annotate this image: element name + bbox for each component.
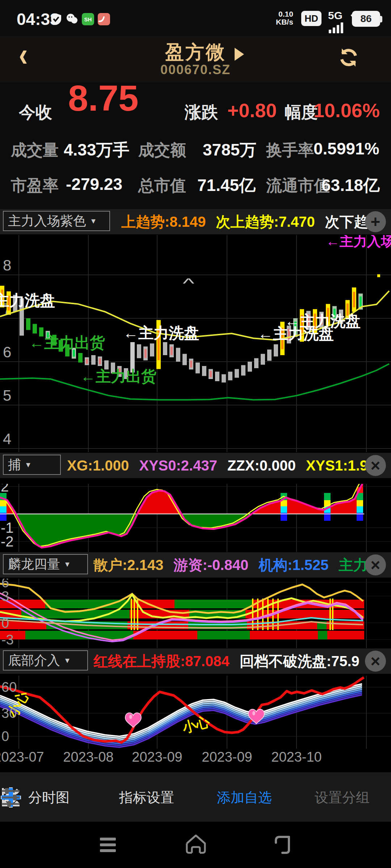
svg-text:6: 6	[3, 344, 11, 361]
x-axis-date: 2023-10	[271, 749, 321, 765]
pe-label: 市盈率	[11, 175, 59, 196]
turnover-rate-value: 0.5991%	[314, 139, 379, 158]
battery-indicator: 86	[352, 11, 380, 27]
wechat-icon	[66, 13, 78, 25]
green-app-icon: SH	[82, 13, 94, 25]
quote-panel: 今收 8.75 涨跌 +0.80 幅度 10.06% 成交量 4.33万手 成交…	[0, 82, 391, 209]
add-indicator-button[interactable]: +	[365, 211, 386, 232]
marketcap-value: 71.45亿	[197, 174, 256, 197]
svg-text:-3: -3	[1, 632, 14, 647]
svg-text:主力洗盘: 主力洗盘	[0, 292, 55, 309]
x-axis-date: 2023-08	[63, 749, 113, 765]
indicator-values-3: 散户:2.143游资:-0.840机构:1.525主力	[93, 552, 361, 578]
svg-text:0: 0	[1, 616, 9, 631]
svg-text:←主力出货: ←主力出货	[80, 368, 156, 385]
close-indicator-button[interactable]: ×	[365, 651, 386, 672]
change-label: 涨跌	[185, 101, 218, 124]
chevron-down-icon: ▼	[90, 217, 97, 225]
indicator-dropdown-linlong[interactable]: 麟龙四量 ▼	[3, 554, 88, 574]
svg-text:30: 30	[1, 706, 17, 721]
chili-app-icon	[98, 13, 110, 25]
svg-text:4: 4	[3, 430, 11, 447]
candlestick-chart[interactable]: 87654←主力入场主力洗盘←主力出货←主力洗盘←主力出货←主力洗盘←主力洗盘	[0, 235, 391, 452]
indicator-value: 上趋势:8.149	[121, 212, 206, 232]
range-label: 幅度	[285, 101, 318, 124]
indicator-value: 主力	[339, 555, 368, 575]
indicator-value: 回档不破洗盘:75.9	[240, 651, 360, 671]
indicator-value: ZZX:0.000	[227, 458, 296, 474]
chevron-down-icon: ▼	[25, 461, 32, 469]
svg-text:0: 0	[1, 729, 9, 744]
svg-text:←主力洗盘: ←主力洗盘	[285, 312, 361, 329]
indicator-values-4: 红线在上持股:87.084回档不破洗盘:75.9	[93, 648, 361, 674]
recents-menu-icon[interactable]	[97, 834, 119, 856]
bottom-nav: 分时图 指标设置 添加自选	[0, 773, 391, 822]
change-value: +0.80	[227, 99, 277, 122]
back-icon[interactable]	[272, 834, 294, 856]
x-axis-dates: 2023-072023-082023-092023-092023-10	[0, 749, 391, 767]
indicator-values-2: XG:1.000XYS0:2.437ZZX:0.000XYS1:1.906	[67, 453, 360, 478]
pe-value: -279.23	[66, 174, 122, 194]
indicator-dropdown-main[interactable]: 主力入场紫色 ▼	[3, 211, 110, 231]
net-speed: 0.10KB/s	[276, 10, 293, 26]
indicator-value: 次下趋	[325, 212, 369, 232]
indicator-value: XG:1.000	[67, 458, 129, 474]
indicator-dropdown-dibu[interactable]: 底部介入 ▼	[3, 650, 88, 671]
turnover-rate-label: 换手率	[266, 140, 314, 161]
svg-text:5: 5	[3, 387, 11, 404]
header: ‹ 盈方微 000670.SZ	[0, 36, 391, 84]
svg-text:3: 3	[1, 589, 9, 604]
indicator-dropdown-bu[interactable]: 捕 ▼	[3, 455, 61, 475]
float-cap-value: 63.18亿	[321, 174, 380, 197]
close-indicator-button[interactable]: ×	[365, 554, 386, 575]
shield-check-icon	[50, 13, 62, 25]
network-type: 5G	[328, 9, 342, 22]
indicator-value: XYS0:2.437	[139, 458, 217, 474]
next-stock-arrow-icon[interactable]	[235, 48, 244, 61]
indicator-bar-dibu: 底部介入 ▼ 红线在上持股:87.084回档不破洗盘:75.9 ×	[0, 648, 391, 674]
refresh-icon[interactable]	[337, 46, 360, 69]
chevron-down-icon: ▼	[64, 656, 71, 665]
battery-nub	[379, 16, 382, 22]
hd-badge: HD	[301, 11, 321, 26]
indicator-values-1: 上趋势:8.149次上趋势:7.470次下趋	[121, 209, 360, 234]
home-icon[interactable]	[184, 833, 208, 856]
svg-text:8: 8	[3, 257, 11, 274]
close-label: 今收	[19, 101, 52, 124]
indicator-value: 游资:-0.840	[173, 555, 248, 575]
close-price: 8.75	[68, 77, 139, 119]
indicator-value: 红线在上持股:87.084	[93, 651, 230, 671]
oscillator-chart[interactable]: 2-1-2	[0, 484, 391, 552]
android-nav-bar	[0, 822, 391, 868]
indicator-bar-bu: 捕 ▼ XG:1.000XYS0:2.437ZZX:0.000XYS1:1.90…	[0, 453, 391, 478]
svg-text:-2: -2	[1, 533, 14, 549]
svg-text:2: 2	[1, 484, 9, 494]
bands-chart[interactable]: 630-3	[0, 579, 391, 648]
ribbon-chart[interactable]: 小心小心60300	[0, 676, 391, 749]
range-value: 10.06%	[314, 99, 380, 122]
turnover-label: 成交额	[138, 140, 186, 161]
indicator-value: 散户:2.143	[93, 555, 163, 575]
signal-bars-icon	[329, 22, 343, 33]
turnover-value: 3785万	[203, 139, 256, 161]
stock-code: 000670.SZ	[0, 62, 391, 77]
nav-item-add-watchlist[interactable]: 添加自选	[196, 773, 293, 822]
x-axis-date: 2023-09	[132, 749, 182, 765]
indicator-value: 机构:1.525	[258, 555, 328, 575]
indicator-bar-linlong: 麟龙四量 ▼ 散户:2.143游资:-0.840机构:1.525主力 ×	[0, 552, 391, 578]
stock-title: 盈方微	[0, 40, 391, 65]
x-axis-date: 2023-07	[0, 749, 44, 765]
heart-marker	[125, 713, 141, 727]
float-cap-label: 流通市值	[266, 175, 330, 196]
sliders-icon	[0, 787, 22, 808]
nav-item-indicator-settings[interactable]: 指标设置	[98, 773, 196, 822]
chevron-down-icon: ▼	[64, 560, 71, 569]
svg-text:60: 60	[1, 680, 17, 695]
indicator-bar-main: 主力入场紫色 ▼ 上趋势:8.149次上趋势:7.470次下趋 +	[0, 209, 391, 234]
svg-text:←主力出货: ←主力出货	[29, 334, 105, 351]
x-axis-date: 2023-09	[202, 749, 252, 765]
close-indicator-button[interactable]: ×	[365, 455, 386, 476]
indicator-value: 次上趋势:7.470	[216, 212, 315, 232]
svg-text:←主力入场: ←主力入场	[326, 235, 391, 249]
nav-item-group-settings[interactable]: 设置分组	[293, 773, 391, 822]
